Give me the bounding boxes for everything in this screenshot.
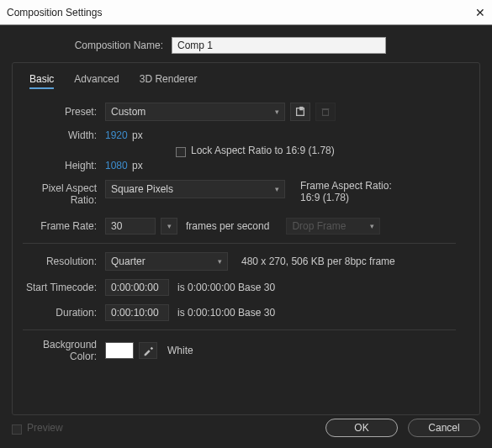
titlebar: Composition Settings ✕ bbox=[0, 0, 492, 25]
save-preset-button[interactable] bbox=[290, 103, 310, 121]
preview-checkbox bbox=[12, 424, 22, 435]
par-dropdown[interactable]: Square Pixels ▾ bbox=[105, 180, 285, 198]
divider bbox=[23, 329, 456, 330]
dropframe-value: Drop Frame bbox=[292, 220, 346, 232]
tab-3d-renderer[interactable]: 3D Renderer bbox=[140, 73, 198, 89]
framerate-stepper[interactable]: ▾ bbox=[161, 218, 177, 235]
par-label: Pixel Aspect Ratio: bbox=[23, 180, 105, 206]
start-tc-info: is 0:00:00:00 Base 30 bbox=[177, 282, 275, 293]
height-value[interactable]: 1080 bbox=[105, 160, 132, 171]
framerate-unit: frames per second bbox=[186, 220, 269, 232]
start-tc-input[interactable]: 0:00:00:00 bbox=[105, 279, 169, 296]
chevron-down-icon: ▾ bbox=[218, 257, 222, 266]
divider bbox=[23, 243, 456, 244]
bg-color-swatch[interactable] bbox=[105, 342, 134, 359]
duration-info: is 0:00:10:00 Base 30 bbox=[177, 307, 275, 319]
tab-basic[interactable]: Basic bbox=[29, 73, 54, 89]
preset-label: Preset: bbox=[23, 106, 105, 118]
eyedropper-icon bbox=[142, 345, 154, 356]
width-label: Width: bbox=[23, 129, 105, 141]
chevron-down-icon: ▾ bbox=[167, 222, 172, 230]
tab-advanced[interactable]: Advanced bbox=[74, 73, 119, 89]
bg-color-name: White bbox=[167, 345, 193, 356]
comp-name-input[interactable] bbox=[172, 37, 386, 54]
tabs: Basic Advanced 3D Renderer bbox=[23, 70, 469, 98]
ok-button[interactable]: OK bbox=[325, 419, 398, 437]
width-unit: px bbox=[132, 129, 143, 141]
settings-panel: Basic Advanced 3D Renderer Preset: Custo… bbox=[12, 62, 480, 415]
duration-label: Duration: bbox=[23, 307, 105, 319]
width-value[interactable]: 1920 bbox=[105, 129, 132, 141]
duration-input[interactable]: 0:00:10:00 bbox=[105, 304, 169, 321]
dialog-content: Composition Name: Basic Advanced 3D Rend… bbox=[0, 25, 492, 448]
chevron-down-icon: ▾ bbox=[370, 222, 374, 230]
lock-aspect-checkbox[interactable] bbox=[176, 147, 186, 157]
preset-value: Custom bbox=[111, 106, 145, 118]
resolution-dropdown[interactable]: Quarter ▾ bbox=[105, 252, 228, 271]
resolution-info: 480 x 270, 506 KB per 8bpc frame bbox=[241, 256, 395, 267]
bg-label: Background Color: bbox=[23, 339, 105, 362]
eyedropper-button[interactable] bbox=[139, 342, 157, 359]
svg-rect-1 bbox=[299, 107, 303, 110]
framerate-input[interactable]: 30 bbox=[105, 218, 156, 235]
height-label: Height: bbox=[23, 160, 105, 171]
frame-aspect-label: Frame Aspect Ratio: bbox=[300, 180, 392, 192]
preset-dropdown[interactable]: Custom ▾ bbox=[105, 103, 285, 121]
trash-icon bbox=[320, 106, 331, 118]
start-tc-label: Start Timecode: bbox=[23, 282, 105, 293]
close-icon[interactable]: ✕ bbox=[475, 6, 485, 19]
dialog-footer: Preview OK Cancel bbox=[0, 408, 492, 448]
save-preset-icon bbox=[294, 106, 306, 118]
cancel-button[interactable]: Cancel bbox=[408, 419, 480, 437]
delete-preset-button bbox=[315, 103, 336, 121]
window-title: Composition Settings bbox=[7, 7, 102, 18]
chevron-down-icon: ▾ bbox=[275, 185, 279, 193]
preview-label: Preview bbox=[27, 422, 63, 434]
dropframe-dropdown: Drop Frame ▾ bbox=[286, 218, 380, 235]
framerate-label: Frame Rate: bbox=[23, 220, 105, 232]
frame-aspect-value: 16:9 (1.78) bbox=[300, 192, 392, 203]
resolution-value: Quarter bbox=[111, 256, 145, 267]
height-unit: px bbox=[132, 160, 143, 171]
par-value: Square Pixels bbox=[111, 183, 173, 195]
chevron-down-icon: ▾ bbox=[275, 108, 279, 116]
comp-name-label: Composition Name: bbox=[12, 40, 172, 51]
resolution-label: Resolution: bbox=[23, 256, 105, 267]
lock-aspect-label: Lock Aspect Ratio to 16:9 (1.78) bbox=[191, 145, 335, 156]
